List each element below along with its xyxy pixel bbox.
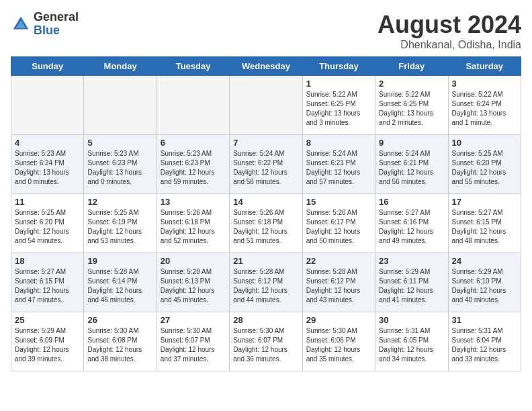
- day-number: 18: [15, 256, 80, 266]
- page-header: General Blue August 2024 Dhenkanal, Odis…: [11, 11, 521, 51]
- calendar-header-row: SundayMondayTuesdayWednesdayThursdayFrid…: [11, 57, 521, 76]
- day-number: 5: [87, 138, 152, 148]
- calendar-cell: 22Sunrise: 5:28 AMSunset: 6:12 PMDayligh…: [302, 253, 375, 312]
- day-number: 15: [306, 197, 371, 207]
- day-number: 6: [161, 138, 226, 148]
- day-number: 23: [379, 256, 444, 266]
- day-info: Sunrise: 5:31 AMSunset: 6:05 PMDaylight:…: [379, 326, 444, 364]
- day-info: Sunrise: 5:28 AMSunset: 6:13 PMDaylight:…: [161, 267, 226, 305]
- day-info: Sunrise: 5:30 AMSunset: 6:07 PMDaylight:…: [161, 326, 226, 364]
- logo-general: General: [34, 11, 79, 24]
- day-number: 9: [379, 138, 444, 148]
- calendar-cell: [84, 76, 157, 135]
- day-info: Sunrise: 5:29 AMSunset: 6:10 PMDaylight:…: [452, 267, 517, 305]
- header-wednesday: Wednesday: [230, 57, 302, 76]
- day-info: Sunrise: 5:25 AMSunset: 6:20 PMDaylight:…: [15, 208, 80, 246]
- day-number: 8: [306, 138, 371, 148]
- day-number: 7: [233, 138, 298, 148]
- day-info: Sunrise: 5:29 AMSunset: 6:11 PMDaylight:…: [379, 267, 444, 305]
- calendar-cell: [157, 76, 229, 135]
- week-row-1: 1Sunrise: 5:22 AMSunset: 6:25 PMDaylight…: [11, 76, 521, 135]
- day-number: 12: [87, 197, 152, 207]
- day-info: Sunrise: 5:26 AMSunset: 6:18 PMDaylight:…: [161, 208, 226, 246]
- day-info: Sunrise: 5:22 AMSunset: 6:25 PMDaylight:…: [306, 90, 371, 128]
- day-number: 1: [306, 79, 371, 89]
- day-info: Sunrise: 5:28 AMSunset: 6:12 PMDaylight:…: [306, 267, 371, 305]
- day-number: 19: [87, 256, 152, 266]
- day-info: Sunrise: 5:26 AMSunset: 6:18 PMDaylight:…: [233, 208, 298, 246]
- day-number: 3: [452, 79, 517, 89]
- calendar-cell: 26Sunrise: 5:30 AMSunset: 6:08 PMDayligh…: [84, 312, 157, 371]
- day-number: 30: [379, 315, 444, 325]
- logo-text: General Blue: [34, 11, 79, 38]
- day-info: Sunrise: 5:24 AMSunset: 6:21 PMDaylight:…: [379, 149, 444, 187]
- calendar-cell: 19Sunrise: 5:28 AMSunset: 6:14 PMDayligh…: [84, 253, 157, 312]
- calendar-cell: 20Sunrise: 5:28 AMSunset: 6:13 PMDayligh…: [157, 253, 229, 312]
- day-info: Sunrise: 5:22 AMSunset: 6:25 PMDaylight:…: [379, 90, 444, 128]
- calendar-cell: [11, 76, 84, 135]
- day-number: 25: [15, 315, 80, 325]
- day-number: 17: [452, 197, 517, 207]
- header-thursday: Thursday: [302, 57, 375, 76]
- day-number: 16: [379, 197, 444, 207]
- day-info: Sunrise: 5:24 AMSunset: 6:22 PMDaylight:…: [233, 149, 298, 187]
- week-row-5: 25Sunrise: 5:29 AMSunset: 6:09 PMDayligh…: [11, 312, 521, 371]
- day-info: Sunrise: 5:29 AMSunset: 6:09 PMDaylight:…: [15, 326, 80, 364]
- day-info: Sunrise: 5:25 AMSunset: 6:19 PMDaylight:…: [87, 208, 152, 246]
- calendar-cell: 10Sunrise: 5:25 AMSunset: 6:20 PMDayligh…: [448, 135, 521, 194]
- title-block: August 2024 Dhenkanal, Odisha, India: [378, 11, 521, 51]
- day-info: Sunrise: 5:25 AMSunset: 6:20 PMDaylight:…: [452, 149, 517, 187]
- calendar-cell: 17Sunrise: 5:27 AMSunset: 6:15 PMDayligh…: [448, 194, 521, 253]
- day-info: Sunrise: 5:28 AMSunset: 6:12 PMDaylight:…: [233, 267, 298, 305]
- day-info: Sunrise: 5:24 AMSunset: 6:21 PMDaylight:…: [306, 149, 371, 187]
- calendar-cell: 18Sunrise: 5:27 AMSunset: 6:15 PMDayligh…: [11, 253, 84, 312]
- calendar-cell: 13Sunrise: 5:26 AMSunset: 6:18 PMDayligh…: [157, 194, 229, 253]
- week-row-3: 11Sunrise: 5:25 AMSunset: 6:20 PMDayligh…: [11, 194, 521, 253]
- calendar-cell: 8Sunrise: 5:24 AMSunset: 6:21 PMDaylight…: [302, 135, 375, 194]
- month-year: August 2024: [378, 11, 521, 39]
- calendar-table: SundayMondayTuesdayWednesdayThursdayFrid…: [11, 56, 521, 371]
- day-info: Sunrise: 5:27 AMSunset: 6:16 PMDaylight:…: [379, 208, 444, 246]
- calendar-cell: 24Sunrise: 5:29 AMSunset: 6:10 PMDayligh…: [448, 253, 521, 312]
- day-info: Sunrise: 5:23 AMSunset: 6:24 PMDaylight:…: [15, 149, 80, 187]
- calendar-cell: 31Sunrise: 5:31 AMSunset: 6:04 PMDayligh…: [448, 312, 521, 371]
- day-info: Sunrise: 5:23 AMSunset: 6:23 PMDaylight:…: [87, 149, 152, 187]
- day-number: 10: [452, 138, 517, 148]
- day-info: Sunrise: 5:22 AMSunset: 6:24 PMDaylight:…: [452, 90, 517, 128]
- day-number: 28: [233, 315, 298, 325]
- day-info: Sunrise: 5:27 AMSunset: 6:15 PMDaylight:…: [15, 267, 80, 305]
- calendar-cell: 27Sunrise: 5:30 AMSunset: 6:07 PMDayligh…: [157, 312, 229, 371]
- day-number: 27: [161, 315, 226, 325]
- day-number: 20: [161, 256, 226, 266]
- day-number: 29: [306, 315, 371, 325]
- calendar-cell: 7Sunrise: 5:24 AMSunset: 6:22 PMDaylight…: [230, 135, 302, 194]
- day-info: Sunrise: 5:30 AMSunset: 6:08 PMDaylight:…: [87, 326, 152, 364]
- calendar-cell: 3Sunrise: 5:22 AMSunset: 6:24 PMDaylight…: [448, 76, 521, 135]
- calendar-cell: 15Sunrise: 5:26 AMSunset: 6:17 PMDayligh…: [302, 194, 375, 253]
- day-number: 22: [306, 256, 371, 266]
- day-number: 14: [233, 197, 298, 207]
- day-number: 4: [15, 138, 80, 148]
- day-number: 13: [161, 197, 226, 207]
- calendar-cell: 21Sunrise: 5:28 AMSunset: 6:12 PMDayligh…: [230, 253, 302, 312]
- calendar-cell: 14Sunrise: 5:26 AMSunset: 6:18 PMDayligh…: [230, 194, 302, 253]
- header-sunday: Sunday: [11, 57, 84, 76]
- day-info: Sunrise: 5:30 AMSunset: 6:07 PMDaylight:…: [233, 326, 298, 364]
- calendar-cell: 6Sunrise: 5:23 AMSunset: 6:23 PMDaylight…: [157, 135, 229, 194]
- day-info: Sunrise: 5:23 AMSunset: 6:23 PMDaylight:…: [161, 149, 226, 187]
- calendar-cell: 29Sunrise: 5:30 AMSunset: 6:06 PMDayligh…: [302, 312, 375, 371]
- calendar-cell: 9Sunrise: 5:24 AMSunset: 6:21 PMDaylight…: [375, 135, 448, 194]
- header-monday: Monday: [84, 57, 157, 76]
- calendar-cell: 28Sunrise: 5:30 AMSunset: 6:07 PMDayligh…: [230, 312, 302, 371]
- calendar-cell: 1Sunrise: 5:22 AMSunset: 6:25 PMDaylight…: [302, 76, 375, 135]
- day-number: 24: [452, 256, 517, 266]
- header-saturday: Saturday: [448, 57, 521, 76]
- calendar-cell: 4Sunrise: 5:23 AMSunset: 6:24 PMDaylight…: [11, 135, 84, 194]
- logo: General Blue: [11, 11, 79, 38]
- calendar-cell: 16Sunrise: 5:27 AMSunset: 6:16 PMDayligh…: [375, 194, 448, 253]
- day-number: 26: [87, 315, 152, 325]
- day-info: Sunrise: 5:30 AMSunset: 6:06 PMDaylight:…: [306, 326, 371, 364]
- day-info: Sunrise: 5:27 AMSunset: 6:15 PMDaylight:…: [452, 208, 517, 246]
- calendar-cell: 25Sunrise: 5:29 AMSunset: 6:09 PMDayligh…: [11, 312, 84, 371]
- day-info: Sunrise: 5:26 AMSunset: 6:17 PMDaylight:…: [306, 208, 371, 246]
